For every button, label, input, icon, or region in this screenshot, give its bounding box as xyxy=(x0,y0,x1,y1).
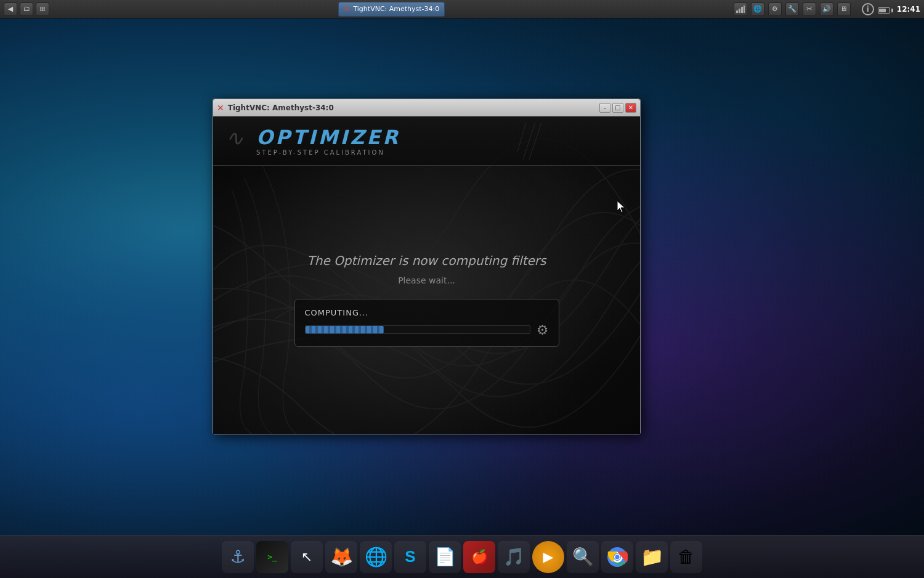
optimizer-status-text: The Optimizer is now computing filters xyxy=(307,253,546,268)
tray-info-icon[interactable]: i xyxy=(862,3,874,15)
svg-line-7 xyxy=(517,123,526,153)
optimizer-logo-group: OPTIMIZER STEP-BY-STEP CALIBRATION xyxy=(256,126,400,156)
tray-globe-icon[interactable]: 🌐 xyxy=(751,2,764,16)
vnc-title-buttons: – □ ✕ xyxy=(599,103,636,113)
taskbar-top: ◀ 🗂 ⊞ ✕ TightVNC: Amethyst-34:0 🌐 ⚙ xyxy=(0,0,924,18)
dock-item-cursor[interactable]: ↖ xyxy=(291,541,323,573)
tray-settings-icon[interactable]: ⚙ xyxy=(768,2,782,16)
taskbar-top-left: ◀ 🗂 ⊞ xyxy=(4,2,49,16)
taskbar-bottom: ⚓ >_ ↖ 🦊 🌐 S 📄 🍎 🎵 ▶ 🔍 xyxy=(0,535,924,578)
progress-bar-track xyxy=(305,325,530,334)
dock-item-skype[interactable]: S xyxy=(394,541,426,573)
taskbar-browser-button[interactable]: ⊞ xyxy=(36,2,49,16)
tray-cut-icon[interactable]: ✂ xyxy=(803,2,816,16)
optimizer-logo-text: OPTIMIZER xyxy=(256,126,400,149)
taskbar-top-center: ✕ TightVNC: Amethyst-34:0 xyxy=(338,2,445,17)
vnc-window: ✕ TightVNC: Amethyst-34:0 – □ ✕ xyxy=(213,99,641,434)
taskbar-back-button[interactable]: ◀ xyxy=(4,2,17,16)
chrome-icon xyxy=(607,547,628,568)
folder-icon: 📁 xyxy=(641,546,663,568)
taskbar-vnc-title: TightVNC: Amethyst-34:0 xyxy=(353,5,439,13)
taskbar-top-right: 🌐 ⚙ 🔧 ✂ 🔊 🖥 i 12:41 xyxy=(734,2,920,16)
tray-network-icon[interactable] xyxy=(734,2,747,16)
dock-item-anchor[interactable]: ⚓ xyxy=(222,541,254,573)
desktop: ◀ 🗂 ⊞ ✕ TightVNC: Amethyst-34:0 🌐 ⚙ xyxy=(0,0,924,578)
vnc-close-button[interactable]: ✕ xyxy=(625,103,636,113)
skype-icon: S xyxy=(405,547,415,566)
vnc-title-left: ✕ TightVNC: Amethyst-34:0 xyxy=(217,103,334,113)
terminal-icon: >_ xyxy=(267,552,277,561)
dock-item-chrome[interactable] xyxy=(601,541,633,573)
optimizer-logo: ∿ OPTIMIZER STEP-BY-STEP CALIBRATION xyxy=(225,126,400,156)
dock-item-music[interactable]: 🎵 xyxy=(498,541,530,573)
cursor-icon: ↖ xyxy=(301,549,312,564)
optimizer-main: The Optimizer is now computing filters P… xyxy=(213,166,640,434)
vnc-titlebar: ✕ TightVNC: Amethyst-34:0 – □ ✕ xyxy=(213,99,640,116)
progress-bar-wrapper: ⚙ xyxy=(305,322,549,338)
optimizer-wave-decoration: ∿ xyxy=(225,126,243,150)
vnc-minimize-button[interactable]: – xyxy=(599,103,610,113)
progress-label: COMPUTING... xyxy=(305,308,549,317)
vnc-x-icon: ✕ xyxy=(344,4,351,14)
progress-gear-icon: ⚙ xyxy=(537,322,549,338)
dock-item-app-red[interactable]: 🍎 xyxy=(463,541,495,573)
dock-item-vlc[interactable]: ▶ xyxy=(532,541,564,573)
vnc-app-icon: ✕ xyxy=(217,103,224,113)
taskbar-vnc-window-button[interactable]: ✕ TightVNC: Amethyst-34:0 xyxy=(338,2,445,17)
progress-container: COMPUTING... ⚙ xyxy=(294,299,559,347)
trash-icon: 🗑 xyxy=(678,547,695,567)
tray-tools-icon[interactable]: 🔧 xyxy=(785,2,799,16)
optimizer-wait-text: Please wait... xyxy=(398,275,455,285)
dock-item-trash[interactable]: 🗑 xyxy=(670,541,702,573)
search-icon: 🔍 xyxy=(572,547,594,567)
dock-item-firefox[interactable]: 🦊 xyxy=(325,541,357,573)
optimizer-content: ∿ OPTIMIZER STEP-BY-STEP CALIBRATION The… xyxy=(213,116,640,434)
vlc-icon: ▶ xyxy=(543,549,554,564)
optimizer-logo-subtitle: STEP-BY-STEP CALIBRATION xyxy=(256,149,400,156)
tray-volume-icon[interactable]: 🔊 xyxy=(820,2,833,16)
progress-bar-fill xyxy=(306,326,384,333)
vnc-maximize-button[interactable]: □ xyxy=(612,103,623,113)
taskbar-files-button[interactable]: 🗂 xyxy=(20,2,33,16)
app-red-icon: 🍎 xyxy=(471,549,488,564)
tray-battery-icon xyxy=(878,3,893,15)
svg-rect-1 xyxy=(739,9,740,13)
globe-browser-icon: 🌐 xyxy=(365,546,387,568)
firefox-icon: 🦊 xyxy=(330,546,353,568)
dock-item-folder[interactable]: 📁 xyxy=(636,541,668,573)
dock-item-search[interactable]: 🔍 xyxy=(567,541,599,573)
files-icon: 📄 xyxy=(434,547,456,567)
svg-line-5 xyxy=(523,123,535,160)
vnc-window-title: TightVNC: Amethyst-34:0 xyxy=(228,104,334,112)
dock-item-terminal[interactable]: >_ xyxy=(256,541,288,573)
svg-line-6 xyxy=(529,123,541,160)
music-icon: 🎵 xyxy=(503,547,525,567)
svg-point-12 xyxy=(615,555,620,559)
dock-item-globe-browser[interactable]: 🌐 xyxy=(360,541,392,573)
optimizer-header: ∿ OPTIMIZER STEP-BY-STEP CALIBRATION xyxy=(213,116,640,166)
system-clock: 12:41 xyxy=(897,5,920,14)
tray-display-icon[interactable]: 🖥 xyxy=(837,2,851,16)
svg-rect-3 xyxy=(744,6,745,13)
svg-rect-0 xyxy=(736,10,738,13)
dock-item-files[interactable]: 📄 xyxy=(429,541,461,573)
svg-rect-2 xyxy=(741,7,743,13)
